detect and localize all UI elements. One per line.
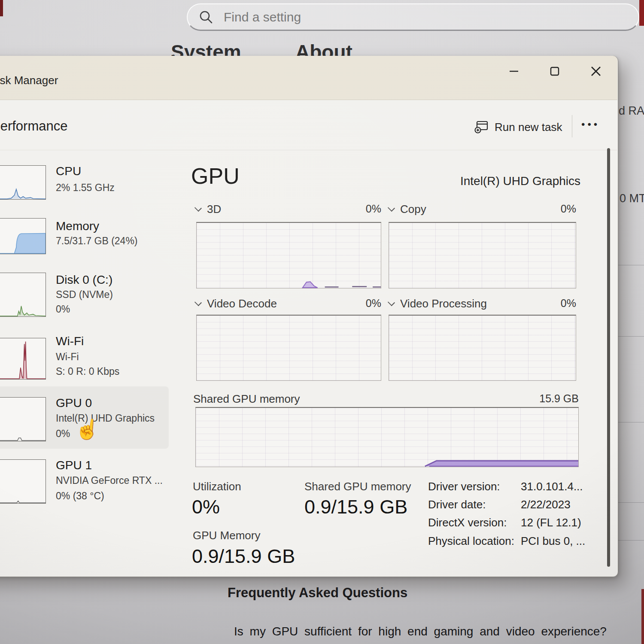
- chart-3d-header[interactable]: 3D: [195, 203, 221, 216]
- maximize-button[interactable]: [542, 63, 567, 80]
- faq-heading: Frequently Asked Questions: [228, 585, 407, 601]
- settings-row-divider: [617, 336, 644, 337]
- memory-speed-fragment: 0 MT/: [620, 192, 644, 205]
- page-title: Performance: [0, 118, 67, 134]
- more-options-button[interactable]: •••: [581, 118, 600, 131]
- sidebar-item-memory[interactable]: Memory 7.5/31.7 GB (24%): [0, 215, 169, 260]
- chart-video-decode-value: 0%: [338, 297, 381, 310]
- shared-memory-stat-value: 0.9/15.9 GB: [304, 496, 407, 518]
- sidebar-item-wifi[interactable]: Wi-Fi Wi-Fi S: 0 R: 0 Kbps: [0, 331, 169, 383]
- minimize-button[interactable]: [501, 63, 526, 80]
- chart-video-processing-header[interactable]: Video Processing: [389, 297, 487, 310]
- physical-location-value: PCI bus 0, ...: [521, 535, 585, 548]
- chevron-down-icon: [388, 299, 395, 306]
- wifi-sparkline: [0, 338, 46, 380]
- sidebar-item-cpu[interactable]: CPU 2% 1.55 GHz: [0, 159, 169, 206]
- settings-row-divider: [617, 422, 644, 422]
- cpu-sparkline: [0, 165, 46, 200]
- settings-search-box[interactable]: [187, 3, 639, 31]
- directx-version-label: DirectX version:: [428, 516, 507, 529]
- driver-date-value: 2/22/2023: [521, 498, 571, 511]
- utilization-label: Utilization: [193, 480, 241, 493]
- shared-gpu-memory-scale-max: 15.9 GB: [536, 392, 579, 405]
- run-new-task-button[interactable]: Run new task: [471, 117, 566, 137]
- settings-row-divider: [617, 502, 644, 503]
- gpu-device-name: Intel(R) UHD Graphics: [460, 174, 580, 188]
- disk-sparkline: [0, 273, 46, 317]
- chevron-down-icon: [194, 299, 202, 306]
- gpu-copy-chart: [389, 222, 576, 289]
- driver-version-label: Driver version:: [428, 480, 500, 493]
- sidebar-item-disk[interactable]: Disk 0 (C:) SSD (NVMe) 0%: [0, 270, 169, 321]
- search-input[interactable]: [223, 9, 627, 25]
- gpu0-sparkline: [0, 397, 46, 441]
- toolbar-divider: [572, 115, 572, 137]
- directx-version-value: 12 (FL 12.1): [521, 516, 581, 529]
- utilization-value: 0%: [192, 496, 220, 518]
- settings-row-divider: [617, 265, 644, 265]
- photographed-screen: System About d RAM 0 MT/ Frequently Aske…: [0, 0, 644, 644]
- installed-ram-fragment: d RAM: [619, 104, 644, 118]
- window-title: Task Manager: [0, 74, 58, 87]
- driver-version-value: 31.0.101.4...: [521, 480, 583, 493]
- memory-sparkline: [0, 218, 46, 254]
- gpu-memory-label: GPU Memory: [193, 529, 260, 542]
- chart-video-processing-value: 0%: [533, 297, 576, 310]
- faq-question: Is my GPU sufficient for high end gaming…: [234, 625, 642, 638]
- shared-gpu-memory-chart-label: Shared GPU memory: [193, 392, 300, 406]
- hand-pointer-cursor: ☝: [74, 416, 101, 442]
- shared-gpu-memory-chart: [195, 407, 579, 467]
- run-new-task-icon: [474, 120, 489, 134]
- sidebar-item-gpu1[interactable]: GPU 1 NVIDIA GeForce RTX ... 0% (38 °C): [0, 456, 169, 507]
- chevron-down-icon: [194, 204, 202, 212]
- gpu-video-decode-chart: [196, 315, 381, 381]
- close-button[interactable]: [583, 63, 608, 80]
- run-new-task-label: Run new task: [495, 121, 562, 134]
- gpu-3d-chart: [196, 222, 381, 289]
- physical-location-label: Physical location:: [428, 535, 514, 548]
- gpu1-sparkline: [0, 459, 46, 504]
- shared-memory-stat-label: Shared GPU memory: [304, 480, 411, 493]
- search-icon: [199, 10, 213, 24]
- driver-date-label: Driver date:: [428, 498, 486, 511]
- chart-3d-value: 0%: [338, 203, 381, 215]
- gpu-panel-title: GPU: [191, 163, 240, 189]
- gpu-video-processing-chart: [389, 315, 576, 381]
- chevron-down-icon: [388, 204, 395, 212]
- vertical-scrollbar[interactable]: [607, 148, 610, 567]
- toolbar-separator: [0, 150, 617, 150]
- settings-row-divider: [617, 540, 644, 541]
- chart-copy-value: 0%: [533, 203, 576, 215]
- chart-video-decode-header[interactable]: Video Decode: [195, 297, 277, 310]
- photo-edge-artifact: [639, 0, 644, 26]
- gpu-memory-value: 0.9/15.9 GB: [192, 545, 295, 568]
- sidebar-item-gpu0[interactable]: GPU 0 Intel(R) UHD Graphics 0% ☝: [0, 386, 169, 449]
- chart-copy-header[interactable]: Copy: [389, 203, 426, 216]
- photo-edge-artifact: [0, 0, 3, 16]
